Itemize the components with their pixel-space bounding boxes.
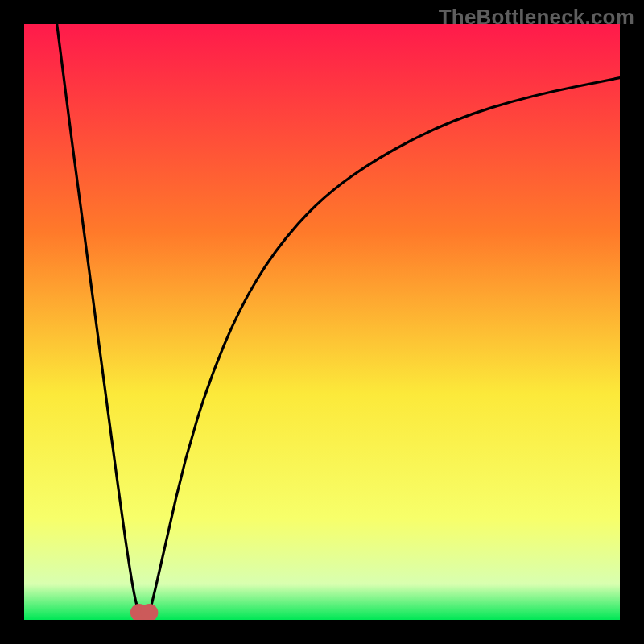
plot-svg bbox=[24, 24, 620, 620]
watermark-text: TheBottleneck.com bbox=[439, 5, 634, 30]
chart-frame: TheBottleneck.com bbox=[0, 0, 644, 644]
plot-area bbox=[24, 24, 620, 620]
gradient-background bbox=[24, 24, 620, 620]
